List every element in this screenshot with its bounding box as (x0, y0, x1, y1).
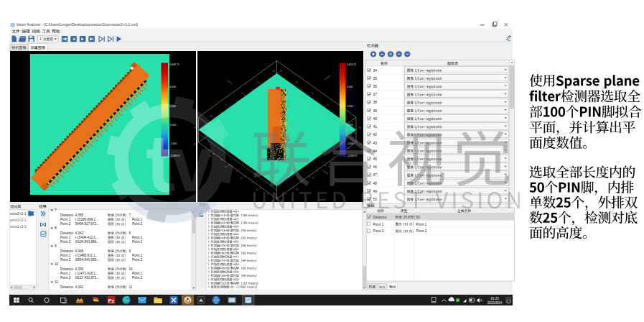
svg-text:38: 38 (373, 101, 378, 104)
svg-text:Point 1: Point 1 (60, 218, 71, 221)
svg-text:Point 1: Point 1 (60, 254, 71, 257)
svg-text:Point 2: Point 2 (373, 229, 384, 233)
svg-text:-12: -12 (296, 188, 299, 191)
svg-text:4.348: 4.348 (75, 249, 84, 253)
svg-text:-20: -20 (271, 70, 274, 73)
svg-text:Point 2: Point 2 (60, 258, 71, 262)
svg-text:Distance: Distance (60, 267, 73, 271)
svg-text:Point 1: Point 1 (132, 236, 143, 239)
svg-text:39: 39 (373, 109, 378, 113)
svg-text:4.342: 4.342 (75, 231, 84, 235)
svg-text:-12: -12 (295, 81, 298, 84)
svg-text:7: 7 (129, 213, 131, 217)
svg-text:Point 1: Point 1 (373, 223, 384, 226)
svg-text:Point 1: Point 1 (132, 254, 143, 257)
svg-text:10: 10 (55, 262, 59, 266)
svg-text:Point 2: Point 2 (60, 222, 71, 226)
svg-text:(-15286.899,1...: (-15286.899,1... (75, 218, 98, 221)
svg-text:-2.000: -2.000 (347, 142, 354, 145)
svg-text:6,464.71: 6,464.71 (170, 63, 179, 66)
svg-text:41: 41 (373, 125, 378, 129)
svg-text:Point 2: Point 2 (132, 258, 143, 262)
svg-text:-20: -20 (279, 70, 281, 73)
svg-text:Vision Analyzer - [C:/Users/Lo: Vision Analyzer - [C:/Users/Longer/Deskt… (17, 22, 139, 27)
svg-text:(-13466.911,1...: (-13466.911,1... (75, 254, 98, 257)
svg-text:-20: -20 (192, 143, 195, 146)
svg-text:(6137.431,873...: (6137.431,873... (75, 276, 99, 280)
svg-text:(6564.940,905...: (6564.940,905... (75, 258, 99, 262)
svg-text:-12: -12 (256, 81, 259, 84)
svg-text:Point 1: Point 1 (132, 272, 143, 275)
svg-text:9: 9 (129, 249, 131, 253)
svg-text:4.000: 4.000 (170, 86, 177, 88)
svg-text:2.000: 2.000 (347, 105, 353, 108)
svg-text:-3,208.97: -3,208.97 (347, 155, 357, 157)
svg-text:11: 11 (129, 285, 133, 289)
svg-text:49: 49 (373, 190, 378, 193)
svg-text:8: 8 (55, 226, 57, 230)
svg-text:46: 46 (373, 165, 378, 169)
svg-text:47: 47 (373, 173, 378, 177)
svg-text:ector2-r3-1: ector2-r3-1 (10, 225, 27, 229)
svg-text:40: 40 (373, 117, 378, 121)
svg-text:20: 20 (358, 126, 361, 129)
svg-text:50: 50 (416, 216, 421, 219)
svg-text:ROI: ROI (380, 285, 386, 289)
svg-text:-4: -4 (241, 92, 243, 95)
svg-text:12: 12 (210, 115, 213, 118)
svg-text:9: 9 (55, 244, 57, 248)
svg-text:11: 11 (55, 280, 58, 284)
svg-text:35: 35 (373, 77, 378, 80)
svg-text:Point 1: Point 1 (60, 272, 71, 275)
svg-text:Point 1: Point 1 (416, 223, 427, 226)
svg-text:Point 1: Point 1 (132, 218, 143, 221)
svg-text:ector2-r2-1: ector2-r2-1 (10, 218, 27, 222)
svg-text:Distance: Distance (373, 216, 387, 219)
svg-text:8: 8 (129, 231, 131, 235)
svg-text:-4: -4 (312, 177, 314, 180)
svg-text:7: 7 (55, 208, 57, 212)
svg-text:43: 43 (373, 142, 378, 145)
svg-text:4.330: 4.330 (75, 267, 84, 271)
svg-text:Distance: Distance (60, 285, 73, 289)
svg-text:48: 48 (373, 182, 378, 185)
svg-text:0.000: 0.000 (347, 124, 353, 126)
svg-text:-4: -4 (311, 92, 313, 95)
svg-text:0.000: 0.000 (170, 124, 177, 126)
svg-text:Distance: Distance (60, 231, 73, 235)
svg-text:34: 34 (373, 69, 378, 73)
svg-text:37: 37 (373, 93, 378, 96)
svg-text:10: 10 (129, 267, 134, 271)
svg-text:12: 12 (256, 188, 258, 191)
svg-text:Fz: Fz (108, 298, 115, 304)
svg-text:Point 2: Point 2 (132, 240, 143, 244)
svg-text:4.000: 4.000 (347, 86, 353, 88)
svg-text:ector2-r1-1: ector2-r1-1 (10, 212, 27, 216)
svg-text:Distance: Distance (60, 249, 73, 253)
svg-text:(-15434.412,1...: (-15434.412,1... (75, 236, 98, 239)
svg-text:(6494.917,672...: (6494.917,672... (75, 222, 99, 226)
svg-text:45: 45 (373, 157, 378, 161)
svg-text:Point 2: Point 2 (132, 222, 143, 226)
svg-text:Point 2: Point 2 (60, 240, 71, 244)
svg-text:(6104.943,886...: (6104.943,886... (75, 240, 99, 244)
svg-text:Point 2: Point 2 (60, 276, 71, 280)
svg-text:42: 42 (373, 133, 378, 137)
svg-text:6,414.71: 6,414.71 (347, 63, 356, 66)
svg-text:Point 2: Point 2 (416, 229, 427, 233)
svg-text:2021/8/24: 2021/8/24 (487, 301, 503, 305)
svg-text:Distance: Distance (60, 213, 73, 217)
svg-text:50: 50 (373, 198, 378, 201)
svg-text:20: 20 (194, 126, 197, 129)
svg-text:-2.000: -2.000 (170, 142, 177, 145)
svg-text:36: 36 (373, 85, 378, 88)
svg-text:4.355: 4.355 (75, 213, 84, 217)
svg-text:1:: 1: (39, 37, 42, 41)
svg-text:16:25: 16:25 (490, 297, 499, 300)
svg-text:Point 1: Point 1 (60, 236, 71, 239)
svg-text:Point 2: Point 2 (132, 276, 143, 280)
svg-text:(-11471.418,1...: (-11471.418,1... (75, 272, 98, 275)
svg-text:4.342: 4.342 (75, 285, 84, 289)
